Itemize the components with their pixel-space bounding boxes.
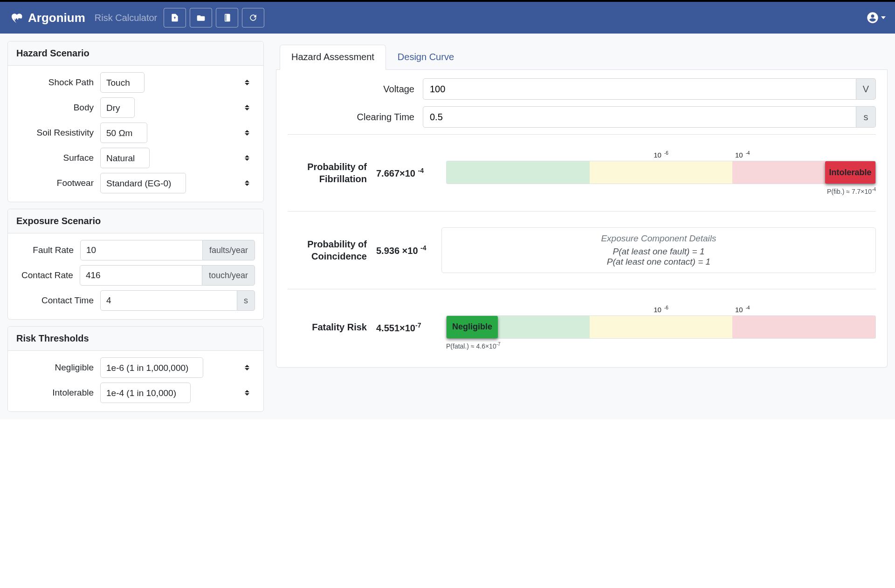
refresh-icon: [248, 13, 258, 22]
coincidence-label: Probability of Coincidence: [288, 238, 376, 262]
contact-rate-input[interactable]: [80, 265, 202, 286]
coincidence-result: Probability of Coincidence 5.936 ×10 -4 …: [288, 218, 876, 282]
voltage-unit: V: [856, 78, 876, 100]
exposure-details: Exposure Component Details P(at least on…: [441, 227, 876, 273]
brand-text: Argonium: [28, 11, 85, 25]
fatality-caption: P(fatal.) ≈ 4.6×10-7: [446, 339, 876, 350]
hazard-scenario-card: Hazard Scenario Shock Path Touch Body Dr…: [7, 41, 264, 202]
exposure-details-title: Exposure Component Details: [449, 233, 868, 244]
right-column: Hazard Assessment Design Curve Voltage V…: [276, 41, 888, 412]
clearing-time-unit: s: [856, 106, 876, 128]
divider: [288, 211, 876, 212]
page-subtitle: Risk Calculator: [95, 13, 157, 23]
assessment-panel: Voltage V Clearing Time s Probability of…: [276, 70, 888, 368]
clearing-time-label: Clearing Time: [288, 112, 423, 123]
contact-time-unit: s: [237, 290, 255, 311]
open-folder-button[interactable]: [190, 8, 212, 27]
fatality-label: Fatality Risk: [288, 321, 376, 333]
download-button[interactable]: [164, 8, 186, 27]
contact-rate-unit: touch/year: [202, 265, 255, 286]
exposure-detail-line: P(at least one contact) = 1: [449, 257, 868, 267]
brand: Argonium: [9, 11, 85, 25]
shock-path-select[interactable]: Touch: [100, 72, 145, 93]
body-label: Body: [16, 103, 100, 113]
hazard-scenario-title: Hazard Scenario: [8, 41, 263, 66]
footwear-label: Footwear: [16, 178, 100, 188]
user-circle-icon: [866, 11, 879, 24]
divider: [288, 289, 876, 289]
risk-thresholds-card: Risk Thresholds Negligible 1e-6 (1 in 1,…: [7, 326, 264, 412]
fibrillation-label: Probability of Fibrillation: [288, 161, 376, 185]
download-icon: [170, 13, 179, 22]
soil-resistivity-select[interactable]: 50 Ωm: [100, 123, 147, 143]
fault-rate-input[interactable]: [80, 240, 203, 260]
fibrillation-badge: Intolerable: [825, 161, 875, 184]
negligible-label: Negligible: [16, 362, 100, 373]
refresh-button[interactable]: [242, 8, 264, 27]
user-menu[interactable]: [866, 11, 886, 24]
exposure-detail-line: P(at least one fault) = 1: [449, 246, 868, 257]
soil-resistivity-label: Soil Resistivity: [16, 128, 100, 138]
tab-hazard-assessment[interactable]: Hazard Assessment: [280, 45, 386, 70]
fibrillation-caption: P(fib.) ≈ 7.7×10-4: [446, 184, 876, 195]
contact-rate-label: Contact Rate: [16, 270, 80, 280]
body-select[interactable]: Dry: [100, 97, 135, 118]
main-content: Hazard Scenario Shock Path Touch Body Dr…: [0, 34, 895, 419]
toolbar: [164, 8, 264, 27]
fault-rate-unit: faults/year: [203, 240, 255, 260]
intolerable-label: Intolerable: [16, 388, 100, 398]
intolerable-select[interactable]: 1e-4 (1 in 10,000): [100, 383, 191, 403]
exposure-scenario-title: Exposure Scenario: [8, 209, 263, 233]
voltage-input[interactable]: [423, 78, 856, 100]
exposure-scenario-card: Exposure Scenario Fault Rate faults/year…: [7, 209, 264, 320]
surface-label: Surface: [16, 153, 100, 163]
left-column: Hazard Scenario Shock Path Touch Body Dr…: [7, 41, 264, 412]
book-icon: [222, 13, 232, 22]
caret-down-icon: [881, 16, 886, 19]
fatality-gauge: .10-610-4 Negligible P(fatal.) ≈ 4.6×10-…: [441, 305, 876, 350]
fatality-badge: Negligible: [447, 316, 498, 338]
fatality-result: Fatality Risk 4.551×10-7 .10-610-4 Negli…: [288, 296, 876, 359]
navbar: Argonium Risk Calculator: [0, 2, 895, 34]
clearing-time-input[interactable]: [423, 106, 856, 128]
fatality-value: 4.551×10-7: [376, 321, 441, 334]
voltage-label: Voltage: [288, 84, 423, 95]
fault-rate-label: Fault Rate: [16, 245, 80, 255]
negligible-select[interactable]: 1e-6 (1 in 1,000,000): [100, 357, 203, 378]
folder-open-icon: [196, 13, 206, 22]
fibrillation-value: 7.667×10 -4: [376, 167, 441, 179]
book-button[interactable]: [216, 8, 238, 27]
divider: [288, 134, 876, 135]
tab-design-curve[interactable]: Design Curve: [386, 45, 466, 69]
fibrillation-gauge: .10-610-4 Intolerable P(fib.) ≈ 7.7×10-4: [441, 150, 876, 195]
coincidence-value: 5.936 ×10 -4: [376, 244, 441, 256]
contact-time-label: Contact Time: [16, 295, 100, 306]
contact-time-input[interactable]: [100, 290, 237, 311]
heart-pulse-icon: [9, 11, 23, 25]
surface-select[interactable]: Natural: [100, 148, 150, 168]
risk-thresholds-title: Risk Thresholds: [8, 327, 263, 351]
footwear-select[interactable]: Standard (EG-0): [100, 173, 186, 193]
shock-path-label: Shock Path: [16, 77, 100, 88]
tabs: Hazard Assessment Design Curve: [276, 41, 888, 70]
fibrillation-result: Probability of Fibrillation 7.667×10 -4 …: [288, 141, 876, 205]
